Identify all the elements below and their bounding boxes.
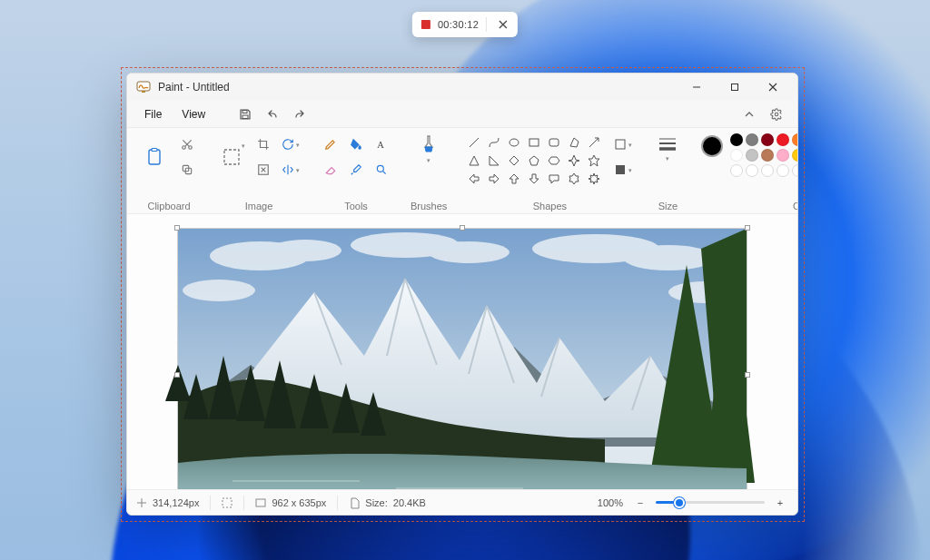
svg-point-9 <box>183 146 186 150</box>
shape-6star-icon[interactable] <box>567 172 581 186</box>
resize-button[interactable] <box>252 159 274 181</box>
canvas-size-icon <box>255 497 266 508</box>
color-swatch[interactable] <box>761 164 774 177</box>
ribbon-group-brushes: ▾ Brushes <box>403 133 454 211</box>
crop-button[interactable] <box>252 133 274 155</box>
shape-burst-icon[interactable] <box>587 172 601 186</box>
shape-callout-icon[interactable] <box>547 172 561 186</box>
color-swatch[interactable] <box>792 133 798 146</box>
flip-button[interactable]: ▾ <box>280 159 302 181</box>
color-swatch[interactable] <box>730 164 743 177</box>
resize-handle-n[interactable] <box>460 225 465 231</box>
resize-handle-ne[interactable] <box>745 225 750 231</box>
shape-oval-icon[interactable] <box>507 135 521 150</box>
ribbon-label-shapes: Shapes <box>533 197 567 211</box>
undo-button[interactable] <box>261 103 284 126</box>
zoom-level: 100% <box>598 497 623 508</box>
svg-point-16 <box>377 165 383 172</box>
shape-arrow-up-icon[interactable] <box>507 172 521 186</box>
ribbon-group-clipboard: Clipboard <box>133 133 205 211</box>
resize-handle-nw[interactable] <box>174 225 180 231</box>
zoom-slider[interactable] <box>656 501 765 504</box>
shape-rtriangle-icon[interactable] <box>487 153 501 168</box>
select-button[interactable]: ▾ <box>216 142 247 172</box>
svg-point-6 <box>775 113 778 116</box>
ribbon-label-brushes: Brushes <box>411 197 447 211</box>
settings-button[interactable] <box>765 103 788 126</box>
shape-curve-icon[interactable] <box>487 135 501 150</box>
stop-record-icon[interactable] <box>421 20 430 29</box>
shape-5star-icon[interactable] <box>587 153 601 168</box>
rotate-button[interactable]: ▾ <box>280 133 302 155</box>
shape-arrow-left-icon[interactable] <box>467 172 481 186</box>
pencil-tool[interactable] <box>320 133 341 155</box>
shape-arrow-right-icon[interactable] <box>487 172 501 186</box>
svg-rect-5 <box>242 115 248 119</box>
svg-rect-7 <box>149 150 160 164</box>
ribbon: Clipboard ▾ ▾ <box>127 128 797 214</box>
selection-size-icon <box>222 497 232 508</box>
svg-rect-13 <box>224 150 239 164</box>
color-swatch[interactable] <box>777 164 789 177</box>
fill-tool[interactable] <box>345 133 367 155</box>
shape-rect-icon[interactable] <box>527 135 541 150</box>
zoom-in-button[interactable]: + <box>772 495 788 511</box>
zoom-out-button[interactable]: − <box>632 495 648 511</box>
color-swatch[interactable] <box>730 149 743 162</box>
color-swatch[interactable] <box>761 133 774 146</box>
copy-button[interactable] <box>176 159 198 181</box>
cut-button[interactable] <box>176 133 198 155</box>
file-size-label: Size: <box>365 497 387 508</box>
svg-rect-20 <box>549 139 559 146</box>
color-swatch[interactable] <box>746 149 758 162</box>
paint-window: Paint - Untitled File View <box>126 73 798 516</box>
canvas[interactable] <box>178 229 747 489</box>
shape-roundrect-icon[interactable] <box>547 135 561 150</box>
color-swatch[interactable] <box>777 133 789 146</box>
shape-pentagon-icon[interactable] <box>527 153 541 168</box>
shape-polygon-icon[interactable] <box>567 135 581 150</box>
eraser-tool[interactable] <box>320 159 341 181</box>
resize-handle-e[interactable] <box>745 372 750 378</box>
resize-handle-w[interactable] <box>174 372 180 378</box>
shape-arrow-down-icon[interactable] <box>527 172 541 186</box>
shape-4star-icon[interactable] <box>567 153 581 168</box>
canvas-size: 962 x 635px <box>272 497 326 508</box>
shape-arrow-icon[interactable] <box>587 135 601 150</box>
shape-fill-button[interactable]: ▾ <box>612 159 634 181</box>
color-swatch[interactable] <box>777 149 789 162</box>
menu-view[interactable]: View <box>173 103 213 125</box>
color-swatch[interactable] <box>761 149 774 162</box>
paste-button[interactable] <box>140 142 171 172</box>
window-title: Paint - Untitled <box>158 81 230 93</box>
color-swatch[interactable] <box>746 164 758 177</box>
color-swatch[interactable] <box>792 149 798 162</box>
color-swatch[interactable] <box>746 133 758 146</box>
current-color[interactable] <box>701 135 723 157</box>
stroke-size-button[interactable]: ▾ <box>652 133 683 164</box>
collapse-ribbon-button[interactable] <box>737 103 761 126</box>
color-swatch[interactable] <box>730 133 743 146</box>
menubar: File View <box>127 101 797 128</box>
recorder-close-button[interactable] <box>494 15 512 34</box>
shapes-gallery[interactable] <box>465 133 603 188</box>
menu-file[interactable]: File <box>136 103 170 125</box>
color-picker-tool[interactable] <box>345 159 367 181</box>
shape-outline-button[interactable]: ▾ <box>612 133 634 155</box>
shape-hexagon-icon[interactable] <box>547 153 561 168</box>
magnifier-tool[interactable] <box>371 159 392 181</box>
canvas-area[interactable] <box>127 214 797 489</box>
svg-rect-4 <box>242 110 247 113</box>
shape-diamond-icon[interactable] <box>507 153 521 168</box>
minimize-button[interactable] <box>678 74 716 101</box>
close-button[interactable] <box>754 74 792 101</box>
redo-button[interactable] <box>288 103 312 126</box>
brushes-button[interactable]: ▾ <box>413 133 444 164</box>
shape-triangle-icon[interactable] <box>467 153 481 168</box>
save-button[interactable] <box>233 103 257 126</box>
maximize-button[interactable] <box>716 74 754 101</box>
paint-app-icon <box>136 80 151 94</box>
color-swatch[interactable] <box>792 164 798 177</box>
text-tool[interactable]: A <box>371 133 392 155</box>
shape-line-icon[interactable] <box>467 135 481 150</box>
